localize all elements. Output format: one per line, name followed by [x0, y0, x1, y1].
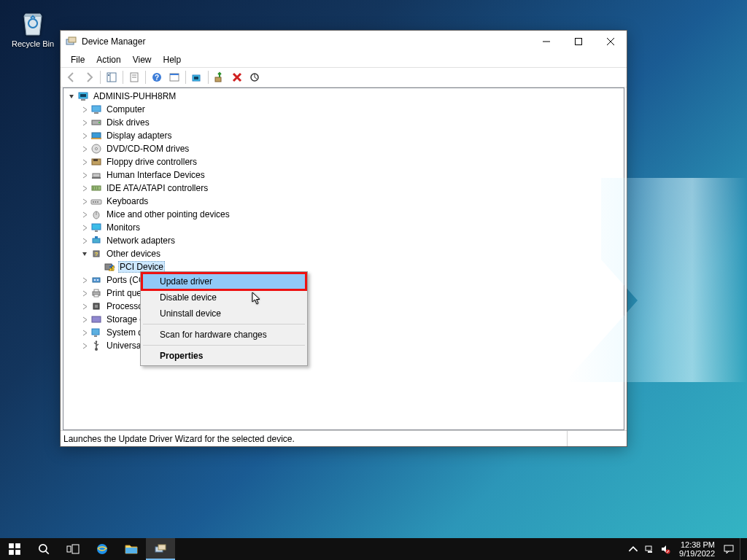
statusbar: Launches the Update Driver Wizard for th… — [61, 430, 627, 446]
device-manager-app-icon — [66, 36, 77, 47]
action-center-button[interactable] — [721, 538, 737, 560]
ctx-scan-hardware[interactable]: Scan for hardware changes — [142, 327, 306, 343]
tree-item[interactable]: Network adapters — [63, 234, 624, 247]
tree-item[interactable]: Human Interface Devices — [63, 168, 624, 182]
svg-rect-45 — [92, 224, 101, 230]
chevron-right-icon[interactable] — [80, 301, 90, 311]
help-button[interactable]: ? — [149, 69, 165, 85]
svg-rect-73 — [72, 545, 79, 553]
ie-taskbar-icon[interactable] — [88, 538, 117, 560]
svg-rect-75 — [125, 548, 137, 553]
tree-item[interactable]: Keyboards — [63, 195, 624, 208]
device-manager-window: Device Manager File Action View Help ? — [60, 30, 627, 447]
svg-rect-68 — [9, 550, 14, 555]
tree-item[interactable]: IDE ATA/ATAPI controllers — [63, 182, 624, 195]
chevron-down-icon[interactable] — [80, 249, 90, 259]
window-title: Device Manager — [82, 36, 530, 47]
chevron-right-icon[interactable] — [80, 183, 90, 193]
start-button[interactable] — [0, 538, 29, 560]
recycle-bin-icon — [17, 6, 49, 38]
ide-icon — [90, 182, 102, 194]
tray-overflow-button[interactable] — [625, 538, 641, 560]
menu-view[interactable]: View — [127, 53, 158, 66]
uninstall-device-button[interactable] — [229, 69, 245, 85]
tree-item[interactable]: Disk drives — [63, 116, 624, 129]
tree-item[interactable]: Monitors — [63, 221, 624, 234]
computer-category-icon — [90, 104, 102, 115]
device-tree[interactable]: ADMINIS-PUHH8RM Computer Disk drives Dis… — [63, 88, 624, 430]
chevron-right-icon[interactable] — [80, 314, 90, 324]
tree-item-other-devices[interactable]: ? Other devices — [63, 247, 624, 260]
taskbar: 12:38 PM 9/19/2022 — [0, 538, 747, 560]
chevron-right-icon[interactable] — [80, 327, 90, 338]
tree-item[interactable]: Computer — [63, 103, 624, 116]
tree-item[interactable]: DVD/CD-ROM drives — [63, 142, 624, 155]
computer-icon — [77, 90, 89, 102]
task-view-button[interactable] — [58, 538, 88, 560]
taskbar-clock[interactable]: 12:38 PM 9/19/2022 — [673, 540, 721, 558]
chevron-right-icon[interactable] — [80, 236, 90, 246]
forward-button — [81, 69, 97, 85]
update-driver-button[interactable] — [189, 69, 205, 85]
chevron-right-icon[interactable] — [80, 196, 90, 206]
system-devices-icon — [90, 327, 102, 338]
close-button[interactable] — [595, 31, 627, 52]
clock-time: 12:38 PM — [679, 540, 715, 549]
file-explorer-taskbar-icon[interactable] — [117, 538, 146, 560]
device-manager-taskbar-icon[interactable] — [146, 538, 175, 560]
svg-rect-32 — [93, 159, 98, 161]
monitor-icon — [90, 222, 102, 233]
chevron-right-icon[interactable] — [80, 104, 90, 114]
recycle-bin-desktop-icon[interactable]: Recycle Bin — [7, 6, 58, 48]
menu-file[interactable]: File — [65, 53, 90, 66]
action-button[interactable] — [166, 69, 182, 85]
chevron-right-icon[interactable] — [80, 275, 90, 285]
volume-tray-icon[interactable] — [657, 538, 673, 560]
floppy-icon — [90, 156, 102, 168]
ctx-separator — [143, 324, 305, 324]
svg-rect-21 — [80, 94, 86, 97]
scan-hardware-button[interactable] — [247, 69, 263, 85]
ctx-separator — [143, 345, 305, 346]
svg-point-54 — [94, 279, 96, 281]
chevron-right-icon[interactable] — [80, 341, 90, 351]
chevron-right-icon[interactable] — [80, 157, 90, 167]
menu-action[interactable]: Action — [90, 53, 126, 66]
minimize-button[interactable] — [530, 31, 562, 52]
properties-button[interactable] — [126, 69, 142, 85]
recycle-bin-label: Recycle Bin — [7, 39, 58, 48]
svg-text:!: ! — [112, 267, 113, 271]
svg-rect-79 — [648, 551, 652, 553]
show-hide-tree-button[interactable] — [104, 69, 120, 85]
tree-item[interactable]: Display adapters — [63, 129, 624, 142]
tree-item[interactable]: Floppy drive controllers — [63, 155, 624, 168]
chevron-right-icon[interactable] — [80, 131, 90, 141]
chevron-right-icon[interactable] — [80, 170, 90, 180]
chevron-down-icon[interactable] — [66, 91, 77, 101]
chevron-right-icon[interactable] — [80, 288, 90, 298]
ctx-uninstall-device[interactable]: Uninstall device — [142, 306, 306, 322]
svg-rect-53 — [93, 278, 100, 282]
chevron-right-icon[interactable] — [80, 144, 90, 154]
svg-rect-28 — [91, 138, 101, 139]
tree-root-label: ADMINIS-PUHH8RM — [92, 91, 177, 101]
maximize-button[interactable] — [562, 31, 595, 52]
ctx-update-driver[interactable]: Update driver — [142, 273, 306, 289]
ctx-properties[interactable]: Properties — [142, 348, 306, 364]
svg-rect-72 — [67, 546, 71, 552]
network-tray-icon[interactable] — [641, 538, 657, 560]
svg-rect-17 — [194, 77, 198, 79]
titlebar[interactable]: Device Manager — [61, 31, 627, 52]
chevron-right-icon[interactable] — [80, 209, 90, 219]
tree-root[interactable]: ADMINIS-PUHH8RM — [63, 90, 624, 103]
menu-help[interactable]: Help — [158, 53, 187, 66]
search-button[interactable] — [29, 538, 58, 560]
svg-rect-42 — [97, 201, 98, 203]
tree-item[interactable]: Mice and other pointing devices — [63, 208, 624, 221]
chevron-right-icon[interactable] — [80, 117, 90, 128]
show-desktop-button[interactable] — [740, 538, 744, 560]
ctx-disable-device[interactable]: Disable device — [142, 289, 306, 306]
enable-device-button[interactable] — [212, 69, 228, 85]
desktop-background[interactable]: Recycle Bin Device Manager File Action V… — [0, 0, 747, 560]
chevron-right-icon[interactable] — [80, 222, 90, 233]
